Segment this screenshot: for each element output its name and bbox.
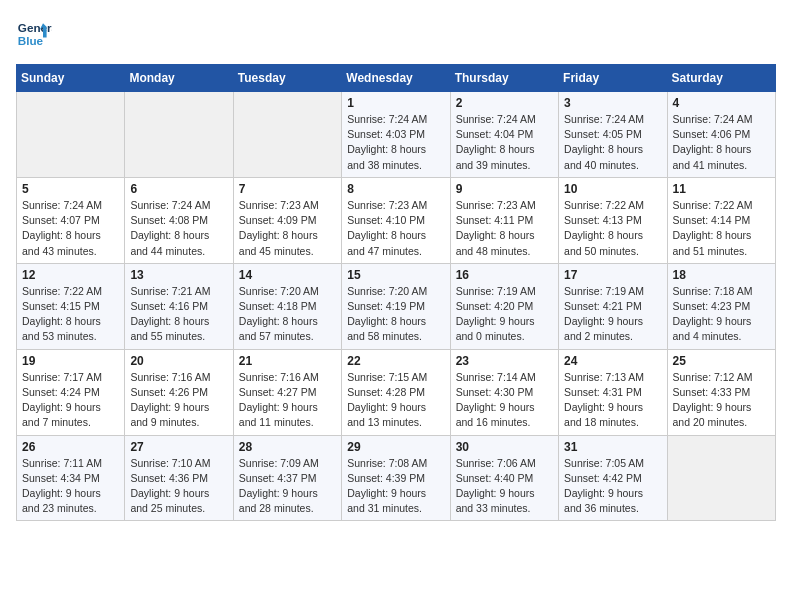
day-info: Sunrise: 7:23 AMSunset: 4:09 PMDaylight:…: [239, 198, 336, 259]
calendar-cell: 23Sunrise: 7:14 AMSunset: 4:30 PMDayligh…: [450, 349, 558, 435]
calendar-cell: 28Sunrise: 7:09 AMSunset: 4:37 PMDayligh…: [233, 435, 341, 521]
day-number: 25: [673, 354, 770, 368]
calendar-cell: 9Sunrise: 7:23 AMSunset: 4:11 PMDaylight…: [450, 177, 558, 263]
day-number: 7: [239, 182, 336, 196]
day-info: Sunrise: 7:16 AMSunset: 4:27 PMDaylight:…: [239, 370, 336, 431]
svg-text:General: General: [18, 21, 52, 34]
calendar-cell: 17Sunrise: 7:19 AMSunset: 4:21 PMDayligh…: [559, 263, 667, 349]
calendar-cell: 1Sunrise: 7:24 AMSunset: 4:03 PMDaylight…: [342, 92, 450, 178]
day-number: 20: [130, 354, 227, 368]
day-info: Sunrise: 7:08 AMSunset: 4:39 PMDaylight:…: [347, 456, 444, 517]
day-info: Sunrise: 7:18 AMSunset: 4:23 PMDaylight:…: [673, 284, 770, 345]
calendar-cell: [233, 92, 341, 178]
day-number: 31: [564, 440, 661, 454]
day-number: 1: [347, 96, 444, 110]
day-info: Sunrise: 7:05 AMSunset: 4:42 PMDaylight:…: [564, 456, 661, 517]
day-number: 5: [22, 182, 119, 196]
calendar-cell: [125, 92, 233, 178]
day-info: Sunrise: 7:15 AMSunset: 4:28 PMDaylight:…: [347, 370, 444, 431]
calendar-table: SundayMondayTuesdayWednesdayThursdayFrid…: [16, 64, 776, 521]
calendar-cell: 6Sunrise: 7:24 AMSunset: 4:08 PMDaylight…: [125, 177, 233, 263]
calendar-cell: 22Sunrise: 7:15 AMSunset: 4:28 PMDayligh…: [342, 349, 450, 435]
calendar-cell: [17, 92, 125, 178]
day-info: Sunrise: 7:21 AMSunset: 4:16 PMDaylight:…: [130, 284, 227, 345]
day-number: 9: [456, 182, 553, 196]
day-info: Sunrise: 7:22 AMSunset: 4:14 PMDaylight:…: [673, 198, 770, 259]
logo: General Blue: [16, 16, 52, 52]
day-number: 14: [239, 268, 336, 282]
calendar-cell: 2Sunrise: 7:24 AMSunset: 4:04 PMDaylight…: [450, 92, 558, 178]
day-info: Sunrise: 7:24 AMSunset: 4:06 PMDaylight:…: [673, 112, 770, 173]
calendar-body: 1Sunrise: 7:24 AMSunset: 4:03 PMDaylight…: [17, 92, 776, 521]
day-number: 15: [347, 268, 444, 282]
day-info: Sunrise: 7:23 AMSunset: 4:11 PMDaylight:…: [456, 198, 553, 259]
calendar-cell: 7Sunrise: 7:23 AMSunset: 4:09 PMDaylight…: [233, 177, 341, 263]
weekday-header-thursday: Thursday: [450, 65, 558, 92]
calendar-week-row: 12Sunrise: 7:22 AMSunset: 4:15 PMDayligh…: [17, 263, 776, 349]
day-info: Sunrise: 7:17 AMSunset: 4:24 PMDaylight:…: [22, 370, 119, 431]
day-number: 17: [564, 268, 661, 282]
calendar-week-row: 19Sunrise: 7:17 AMSunset: 4:24 PMDayligh…: [17, 349, 776, 435]
day-info: Sunrise: 7:20 AMSunset: 4:18 PMDaylight:…: [239, 284, 336, 345]
calendar-cell: 25Sunrise: 7:12 AMSunset: 4:33 PMDayligh…: [667, 349, 775, 435]
calendar-cell: 29Sunrise: 7:08 AMSunset: 4:39 PMDayligh…: [342, 435, 450, 521]
day-info: Sunrise: 7:24 AMSunset: 4:04 PMDaylight:…: [456, 112, 553, 173]
day-info: Sunrise: 7:09 AMSunset: 4:37 PMDaylight:…: [239, 456, 336, 517]
weekday-header-monday: Monday: [125, 65, 233, 92]
day-number: 30: [456, 440, 553, 454]
day-number: 8: [347, 182, 444, 196]
calendar-cell: 31Sunrise: 7:05 AMSunset: 4:42 PMDayligh…: [559, 435, 667, 521]
day-number: 12: [22, 268, 119, 282]
day-number: 22: [347, 354, 444, 368]
day-info: Sunrise: 7:16 AMSunset: 4:26 PMDaylight:…: [130, 370, 227, 431]
calendar-cell: 27Sunrise: 7:10 AMSunset: 4:36 PMDayligh…: [125, 435, 233, 521]
calendar-cell: 21Sunrise: 7:16 AMSunset: 4:27 PMDayligh…: [233, 349, 341, 435]
day-info: Sunrise: 7:20 AMSunset: 4:19 PMDaylight:…: [347, 284, 444, 345]
day-number: 18: [673, 268, 770, 282]
day-info: Sunrise: 7:19 AMSunset: 4:21 PMDaylight:…: [564, 284, 661, 345]
calendar-week-row: 26Sunrise: 7:11 AMSunset: 4:34 PMDayligh…: [17, 435, 776, 521]
day-number: 11: [673, 182, 770, 196]
calendar-cell: 5Sunrise: 7:24 AMSunset: 4:07 PMDaylight…: [17, 177, 125, 263]
day-number: 3: [564, 96, 661, 110]
calendar-header: SundayMondayTuesdayWednesdayThursdayFrid…: [17, 65, 776, 92]
day-info: Sunrise: 7:23 AMSunset: 4:10 PMDaylight:…: [347, 198, 444, 259]
day-info: Sunrise: 7:06 AMSunset: 4:40 PMDaylight:…: [456, 456, 553, 517]
calendar-cell: 8Sunrise: 7:23 AMSunset: 4:10 PMDaylight…: [342, 177, 450, 263]
calendar-cell: 15Sunrise: 7:20 AMSunset: 4:19 PMDayligh…: [342, 263, 450, 349]
day-number: 28: [239, 440, 336, 454]
day-info: Sunrise: 7:24 AMSunset: 4:03 PMDaylight:…: [347, 112, 444, 173]
day-number: 10: [564, 182, 661, 196]
page-header: General Blue: [16, 16, 776, 52]
day-number: 2: [456, 96, 553, 110]
calendar-cell: 3Sunrise: 7:24 AMSunset: 4:05 PMDaylight…: [559, 92, 667, 178]
calendar-cell: 14Sunrise: 7:20 AMSunset: 4:18 PMDayligh…: [233, 263, 341, 349]
day-info: Sunrise: 7:13 AMSunset: 4:31 PMDaylight:…: [564, 370, 661, 431]
day-number: 13: [130, 268, 227, 282]
day-number: 24: [564, 354, 661, 368]
day-number: 4: [673, 96, 770, 110]
day-number: 27: [130, 440, 227, 454]
day-info: Sunrise: 7:24 AMSunset: 4:07 PMDaylight:…: [22, 198, 119, 259]
calendar-cell: [667, 435, 775, 521]
calendar-cell: 24Sunrise: 7:13 AMSunset: 4:31 PMDayligh…: [559, 349, 667, 435]
day-number: 29: [347, 440, 444, 454]
calendar-cell: 30Sunrise: 7:06 AMSunset: 4:40 PMDayligh…: [450, 435, 558, 521]
calendar-cell: 18Sunrise: 7:18 AMSunset: 4:23 PMDayligh…: [667, 263, 775, 349]
day-info: Sunrise: 7:12 AMSunset: 4:33 PMDaylight:…: [673, 370, 770, 431]
day-number: 26: [22, 440, 119, 454]
calendar-cell: 16Sunrise: 7:19 AMSunset: 4:20 PMDayligh…: [450, 263, 558, 349]
day-info: Sunrise: 7:24 AMSunset: 4:08 PMDaylight:…: [130, 198, 227, 259]
logo-icon: General Blue: [16, 16, 52, 52]
calendar-cell: 10Sunrise: 7:22 AMSunset: 4:13 PMDayligh…: [559, 177, 667, 263]
day-info: Sunrise: 7:19 AMSunset: 4:20 PMDaylight:…: [456, 284, 553, 345]
day-info: Sunrise: 7:24 AMSunset: 4:05 PMDaylight:…: [564, 112, 661, 173]
day-info: Sunrise: 7:22 AMSunset: 4:15 PMDaylight:…: [22, 284, 119, 345]
day-info: Sunrise: 7:14 AMSunset: 4:30 PMDaylight:…: [456, 370, 553, 431]
day-info: Sunrise: 7:22 AMSunset: 4:13 PMDaylight:…: [564, 198, 661, 259]
weekday-header-friday: Friday: [559, 65, 667, 92]
calendar-week-row: 1Sunrise: 7:24 AMSunset: 4:03 PMDaylight…: [17, 92, 776, 178]
calendar-week-row: 5Sunrise: 7:24 AMSunset: 4:07 PMDaylight…: [17, 177, 776, 263]
day-number: 19: [22, 354, 119, 368]
day-info: Sunrise: 7:10 AMSunset: 4:36 PMDaylight:…: [130, 456, 227, 517]
